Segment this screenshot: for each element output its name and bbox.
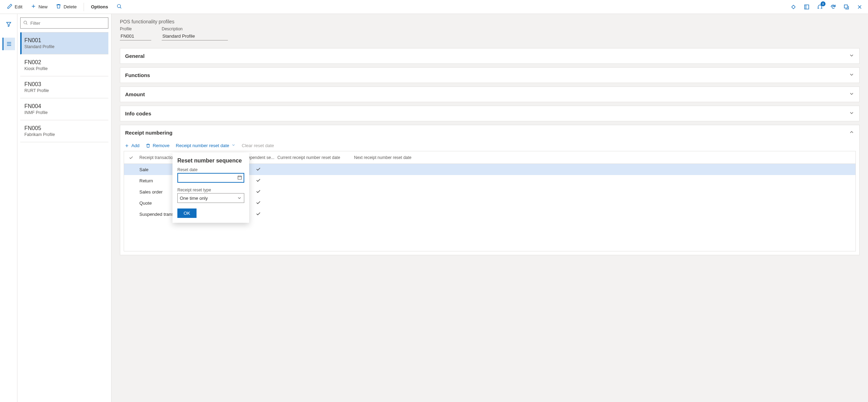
profile-field: Profile FN001 [120, 26, 151, 40]
list-rail-button[interactable] [2, 38, 15, 50]
profile-value[interactable]: FN001 [120, 32, 151, 40]
search-icon [116, 3, 122, 10]
ft-functions-title: Functions [125, 72, 150, 78]
reset-sequence-popup: Reset number sequence Reset date Receipt… [172, 153, 249, 223]
reset-type-value: One time only [180, 196, 208, 201]
attach-icon[interactable] [789, 2, 798, 12]
reset-date-dropdown[interactable]: Receipt number reset date [176, 143, 236, 148]
topbar-left: Edit New Delete Options [3, 0, 125, 14]
notification-badge: 0 [821, 1, 825, 6]
col-current[interactable]: Current receipt number reset date [277, 155, 354, 160]
options-label: Options [91, 4, 108, 9]
office-icon[interactable] [802, 2, 812, 12]
profile-desc: Kiosk Profile [24, 66, 104, 71]
trash-icon [56, 3, 61, 10]
ft-amount-title: Amount [125, 91, 145, 97]
reset-type-label: Receipt reset type [177, 188, 244, 192]
add-button[interactable]: Add [124, 143, 139, 148]
reset-date-label: Reset date [177, 167, 244, 172]
notification-icon[interactable]: 0 [815, 2, 825, 12]
calendar-icon[interactable] [237, 175, 242, 181]
topbar-right: 0 [789, 2, 865, 12]
close-icon[interactable] [855, 2, 865, 12]
ft-receipt-header[interactable]: Receipt numbering [120, 125, 859, 140]
ft-general-title: General [125, 53, 145, 59]
chevron-down-icon [849, 91, 854, 98]
left-rail [0, 14, 17, 402]
filter-rail-button[interactable] [2, 18, 15, 31]
filter-search-icon [23, 20, 28, 26]
profile-desc: RURT Profile [24, 88, 104, 93]
reset-date-input[interactable] [177, 173, 244, 183]
page-title: POS functionality profiles [120, 19, 860, 24]
fasttab-info-codes[interactable]: Info codes [120, 106, 860, 121]
profile-code: FN001 [24, 37, 104, 44]
profile-item-fn005[interactable]: FN005 Fabrikam Profile [20, 120, 108, 142]
top-action-bar: Edit New Delete Options 0 [0, 0, 868, 14]
chevron-down-icon [849, 53, 854, 59]
header-fields: Profile FN001 Description Standard Profi… [120, 26, 860, 40]
edit-button[interactable]: Edit [3, 0, 26, 14]
new-button[interactable]: New [27, 0, 51, 14]
ft-receipt-title: Receipt numbering [125, 130, 172, 136]
remove-label: Remove [153, 143, 169, 148]
profile-code: FN002 [24, 59, 104, 66]
grid-actions: Add Remove Receipt number reset date Cle… [120, 140, 859, 151]
pencil-icon [7, 3, 13, 10]
filter-wrap [20, 17, 108, 29]
fasttab-general[interactable]: General [120, 48, 860, 64]
profile-item-fn001[interactable]: FN001 Standard Profile [20, 32, 108, 54]
edit-label: Edit [15, 4, 22, 9]
options-button[interactable]: Options [87, 0, 112, 14]
add-label: Add [131, 143, 139, 148]
content-area: POS functionality profiles Profile FN001… [112, 14, 868, 402]
svg-rect-4 [238, 176, 242, 179]
grid-empty-space [124, 220, 855, 251]
ok-button[interactable]: OK [177, 208, 197, 218]
profile-item-fn003[interactable]: FN003 RURT Profile [20, 76, 108, 98]
chevron-down-icon [849, 110, 854, 117]
chevron-down-icon [231, 143, 236, 148]
fasttab-functions[interactable]: Functions [120, 67, 860, 83]
ft-receipt-body: Add Remove Receipt number reset date Cle… [120, 140, 859, 255]
popout-icon[interactable] [842, 2, 851, 12]
delete-label: Delete [63, 4, 77, 9]
profile-code: FN003 [24, 81, 104, 88]
profile-list-pane: FN001 Standard Profile FN002 Kiosk Profi… [17, 14, 112, 402]
description-label: Description [162, 26, 228, 31]
reset-date-field [177, 173, 244, 183]
delete-button[interactable]: Delete [52, 0, 80, 14]
plus-icon [31, 3, 36, 10]
svg-rect-2 [844, 5, 847, 8]
description-field: Description Standard Profile [162, 26, 228, 40]
fasttab-amount[interactable]: Amount [120, 86, 860, 102]
profile-code: FN005 [24, 125, 104, 131]
refresh-icon[interactable] [828, 2, 838, 12]
filter-input[interactable] [20, 17, 108, 29]
description-value[interactable]: Standard Profile [162, 32, 228, 40]
profile-item-fn002[interactable]: FN002 Kiosk Profile [20, 54, 108, 76]
select-all-checkbox[interactable] [124, 155, 138, 160]
chevron-down-icon [237, 196, 242, 202]
new-label: New [38, 4, 47, 9]
profile-desc: Standard Profile [24, 44, 104, 49]
chevron-down-icon [849, 72, 854, 78]
remove-button[interactable]: Remove [146, 143, 169, 148]
profile-code: FN004 [24, 103, 104, 109]
clear-reset-label: Clear reset date [242, 143, 274, 148]
reset-type-select[interactable]: One time only [177, 193, 244, 203]
chevron-up-icon [849, 129, 854, 136]
main-layout: FN001 Standard Profile FN002 Kiosk Profi… [0, 14, 868, 402]
profile-label: Profile [120, 26, 151, 31]
profile-item-fn004[interactable]: FN004 INMF Profile [20, 98, 108, 120]
clear-reset-button: Clear reset date [242, 143, 274, 148]
col-next[interactable]: Next receipt number reset date [354, 155, 431, 160]
profile-desc: INMF Profile [24, 110, 104, 115]
reset-date-label: Receipt number reset date [176, 143, 229, 148]
search-button[interactable] [113, 0, 125, 14]
profile-list: FN001 Standard Profile FN002 Kiosk Profi… [20, 32, 108, 142]
popup-title: Reset number sequence [177, 158, 244, 164]
fasttab-receipt-numbering: Receipt numbering Add Remove Receipt num… [120, 125, 860, 255]
svg-rect-1 [805, 5, 809, 9]
profile-desc: Fabrikam Profile [24, 132, 104, 137]
